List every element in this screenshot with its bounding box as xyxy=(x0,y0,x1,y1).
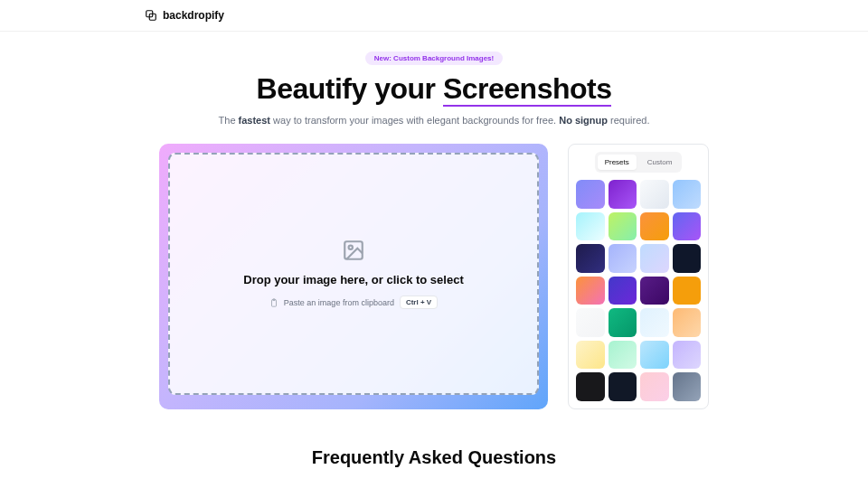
swatch-20[interactable] xyxy=(576,341,605,370)
paste-hint: Paste an image from clipboard Ctrl + V xyxy=(269,296,438,309)
swatch-23[interactable] xyxy=(673,341,702,370)
swatch-24[interactable] xyxy=(576,372,605,401)
swatch-16[interactable] xyxy=(576,308,605,337)
tab-presets[interactable]: Presets xyxy=(598,155,637,170)
paste-text: Paste an image from clipboard xyxy=(284,298,394,307)
swatch-3[interactable] xyxy=(673,180,702,209)
subtitle: The fastest way to transform your images… xyxy=(0,115,868,126)
swatch-12[interactable] xyxy=(576,277,605,305)
swatch-2[interactable] xyxy=(640,180,669,209)
brand-name[interactable]: backdropify xyxy=(163,9,224,22)
header: backdropify xyxy=(0,0,868,32)
swatch-10[interactable] xyxy=(640,244,669,273)
title-pre: Beautify your xyxy=(257,72,443,105)
faq-section: Frequently Asked Questions What is Backd… xyxy=(0,409,868,489)
swatch-5[interactable] xyxy=(609,212,637,241)
page-title: Beautify your Screenshots xyxy=(0,72,868,106)
swatch-19[interactable] xyxy=(673,308,702,337)
main-content: Drop your image here, or click to select… xyxy=(0,144,868,409)
faq-title: Frequently Asked Questions xyxy=(0,447,868,468)
swatch-27[interactable] xyxy=(673,372,702,401)
swatch-grid xyxy=(576,180,701,401)
image-icon xyxy=(342,239,365,262)
clipboard-icon xyxy=(269,298,278,307)
swatch-21[interactable] xyxy=(609,341,637,370)
tab-custom[interactable]: Custom xyxy=(640,155,680,170)
title-underline: Screenshots xyxy=(443,72,612,106)
swatch-25[interactable] xyxy=(609,372,637,401)
swatch-7[interactable] xyxy=(673,212,702,241)
dropzone-title: Drop your image here, or click to select xyxy=(243,273,463,286)
dropzone-wrap: Drop your image here, or click to select… xyxy=(159,144,548,409)
swatch-6[interactable] xyxy=(640,212,669,241)
dropzone[interactable]: Drop your image here, or click to select… xyxy=(168,153,539,395)
swatch-13[interactable] xyxy=(609,277,637,305)
swatch-15[interactable] xyxy=(673,277,702,305)
svg-point-3 xyxy=(349,246,353,249)
swatch-0[interactable] xyxy=(576,180,605,209)
swatch-14[interactable] xyxy=(640,277,669,305)
logo-icon xyxy=(145,9,157,22)
presets-panel: Presets Custom xyxy=(568,144,709,409)
hero: New: Custom Background Images! Beautify … xyxy=(0,32,868,144)
swatch-17[interactable] xyxy=(609,308,637,337)
keyboard-shortcut: Ctrl + V xyxy=(400,296,438,309)
swatch-11[interactable] xyxy=(673,244,702,273)
swatch-22[interactable] xyxy=(640,341,669,370)
tabs: Presets Custom xyxy=(595,152,683,173)
swatch-18[interactable] xyxy=(640,308,669,337)
swatch-4[interactable] xyxy=(576,212,605,241)
swatch-1[interactable] xyxy=(609,180,637,209)
swatch-26[interactable] xyxy=(640,372,669,401)
announcement-pill: New: Custom Background Images! xyxy=(365,52,503,65)
swatch-8[interactable] xyxy=(576,244,605,273)
swatch-9[interactable] xyxy=(609,244,637,273)
